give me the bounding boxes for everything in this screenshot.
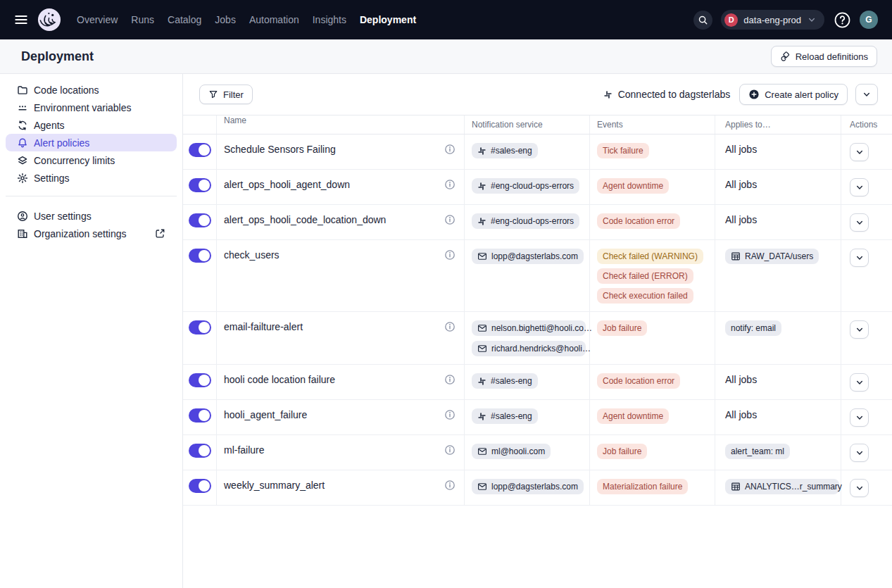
- policy-info-button[interactable]: [444, 249, 456, 261]
- header-label: Notification service: [472, 120, 543, 130]
- alert-enabled-toggle[interactable]: [189, 479, 211, 493]
- alert-enabled-toggle[interactable]: [189, 320, 211, 334]
- chevron-down-icon: [862, 89, 872, 99]
- event-pill-code-location-error: Code location error: [597, 213, 680, 229]
- tag-label: #sales-eng: [491, 411, 532, 422]
- sidebar-main-nav: Code locationsEnvironment variablesAgent…: [0, 81, 182, 187]
- row-actions-button[interactable]: [850, 408, 869, 427]
- alert-enabled-toggle[interactable]: [189, 213, 211, 227]
- alert-policy-row: alert_ops_hooli_code_location_down#eng-c…: [183, 205, 892, 240]
- alert-enabled-toggle[interactable]: [189, 143, 211, 157]
- tag-nelson-bighetti-hooli-co: nelson.bighetti@hooli.co…: [472, 320, 586, 336]
- nav-item-runs[interactable]: Runs: [130, 13, 155, 27]
- nav-item-deployment[interactable]: Deployment: [359, 13, 417, 27]
- alert-policy-row: ml-failureml@hooli.comJob failurealert_t…: [183, 435, 892, 470]
- hamburger-icon: [13, 12, 29, 27]
- cell-actions: [841, 400, 892, 434]
- dagster-logo[interactable]: [37, 8, 61, 32]
- cell-notification-service: nelson.bighetti@hooli.co…richard.hendric…: [465, 312, 590, 364]
- env-vars-icon: [17, 102, 28, 113]
- policy-name: ml-failure: [224, 444, 265, 456]
- sidebar-item-settings[interactable]: Settings: [6, 169, 177, 187]
- row-actions-button[interactable]: [850, 249, 869, 267]
- row-actions-button[interactable]: [850, 178, 869, 196]
- policy-info-button[interactable]: [444, 179, 456, 190]
- create-policy-menu-button[interactable]: [855, 84, 878, 105]
- row-actions-button[interactable]: [850, 143, 869, 161]
- filter-button[interactable]: Filter: [199, 85, 253, 104]
- policy-info-button[interactable]: [444, 409, 456, 420]
- chevron-down-icon: [807, 15, 817, 25]
- alert-enabled-toggle[interactable]: [189, 408, 211, 423]
- nav-item-insights[interactable]: Insights: [312, 13, 347, 27]
- event-pill-materialization-failure: Materialization failure: [597, 479, 688, 494]
- cell-events: Code location error: [590, 365, 715, 399]
- user-icon: [17, 211, 28, 222]
- row-actions-button[interactable]: [850, 213, 869, 232]
- cell-events: Tick failure: [590, 135, 715, 169]
- reload-definitions-button[interactable]: Reload definitions: [771, 46, 877, 67]
- tag-lopp-dagsterlabs-com: lopp@dagsterlabs.com: [472, 479, 584, 494]
- alert-enabled-toggle[interactable]: [189, 373, 211, 387]
- nav-item-catalog[interactable]: Catalog: [167, 13, 202, 27]
- nav-item-overview[interactable]: Overview: [76, 13, 118, 27]
- cell-notification-service: lopp@dagsterlabs.com: [465, 470, 590, 505]
- slack-icon: [477, 182, 486, 191]
- create-alert-policy-button[interactable]: Create alert policy: [739, 84, 848, 105]
- policy-info-button[interactable]: [444, 321, 456, 332]
- alert-enabled-toggle[interactable]: [189, 249, 211, 263]
- alert-policy-row: hooli_agent_failure#sales-engAgent downt…: [183, 400, 892, 435]
- tag-eng-cloud-ops-errors: #eng-cloud-ops-errors: [472, 213, 579, 229]
- alert-enabled-toggle[interactable]: [189, 444, 211, 458]
- policy-info-button[interactable]: [444, 214, 456, 225]
- sidebar-item-agents[interactable]: Agents: [6, 116, 177, 134]
- sidebar-item-alert-policies[interactable]: Alert policies: [6, 134, 177, 151]
- sidebar-item-label: Settings: [34, 173, 70, 184]
- cell-name: check_users: [217, 240, 465, 311]
- cell-events: Code location error: [590, 205, 715, 239]
- chevron-down-icon: [855, 483, 865, 493]
- nav-item-jobs[interactable]: Jobs: [214, 13, 237, 27]
- policy-name: hooli_agent_failure: [224, 408, 307, 421]
- cell-notification-service: #sales-eng: [465, 365, 590, 399]
- chevron-down-icon: [855, 147, 865, 157]
- tag-label: nelson.bighetti@hooli.co…: [491, 323, 592, 334]
- policy-info-button[interactable]: [444, 374, 456, 385]
- hamburger-menu-button[interactable]: [12, 11, 30, 29]
- cell-actions: [841, 205, 892, 239]
- row-actions-button[interactable]: [850, 373, 869, 392]
- policy-info-button[interactable]: [444, 444, 456, 456]
- row-actions-button[interactable]: [850, 444, 869, 462]
- search-button[interactable]: [693, 11, 712, 30]
- slack-icon: [477, 412, 486, 421]
- row-actions-button[interactable]: [850, 479, 869, 497]
- cell-actions: [841, 312, 892, 364]
- asset-table-icon: [731, 251, 741, 261]
- cell-applies-to: notify: email: [715, 312, 841, 364]
- gear-icon: [17, 173, 28, 184]
- policy-info-button[interactable]: [444, 480, 456, 491]
- sidebar-item-user-settings[interactable]: User settings: [6, 207, 177, 225]
- deployment-switcher[interactable]: D data-eng-prod: [721, 10, 824, 30]
- tag-label: #sales-eng: [491, 375, 532, 387]
- user-avatar[interactable]: G: [860, 11, 878, 29]
- help-button[interactable]: [833, 11, 851, 29]
- policy-name: check_users: [224, 249, 279, 261]
- sidebar-item-code-locations[interactable]: Code locations: [6, 81, 177, 99]
- email-icon: [477, 344, 487, 354]
- row-actions-button[interactable]: [850, 320, 869, 339]
- event-pill-agent-downtime: Agent downtime: [597, 178, 669, 194]
- sidebar-item-concurrency-limits[interactable]: Concurrency limits: [6, 151, 177, 169]
- sidebar-item-label: Organization settings: [34, 228, 127, 239]
- slack-connection-status: Connected to dagsterlabs: [603, 89, 731, 100]
- nav-item-automation[interactable]: Automation: [249, 13, 300, 27]
- sidebar-item-label: Alert policies: [34, 137, 89, 149]
- cell-events: Job failure: [590, 312, 715, 364]
- sidebar-item-organization-settings[interactable]: Organization settings: [6, 225, 177, 242]
- header-cell-actions: Actions: [841, 115, 892, 134]
- tag-label: notify: email: [731, 323, 776, 334]
- sidebar-item-environment-variables[interactable]: Environment variables: [6, 99, 177, 116]
- policy-info-button[interactable]: [444, 144, 456, 155]
- alert-enabled-toggle[interactable]: [189, 178, 211, 192]
- event-pill-job-failure: Job failure: [597, 320, 647, 336]
